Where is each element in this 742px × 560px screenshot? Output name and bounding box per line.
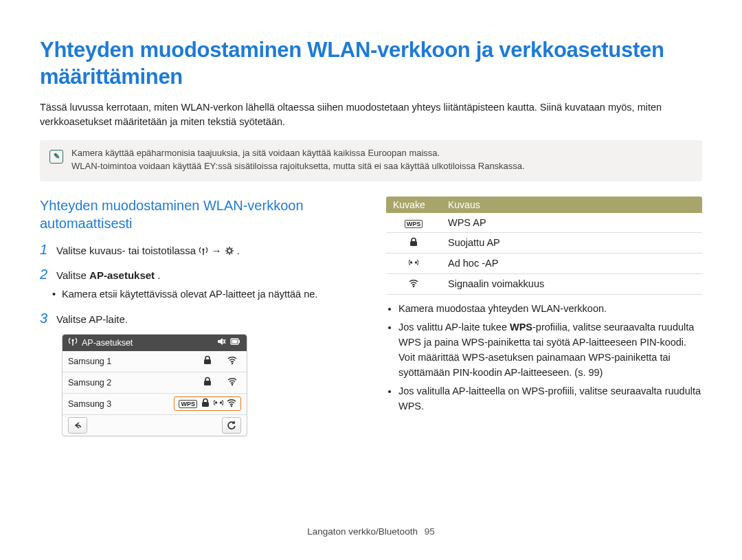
note-line: Kamera käyttää epäharmonisia taajuuksia,… bbox=[71, 147, 693, 160]
right-column: Kuvake Kuvaus WPS WPS AP Suojattu AP Ad … bbox=[386, 197, 702, 436]
ap-name: Samsung 2 bbox=[68, 378, 194, 388]
ap-panel-title: AP-asetukset bbox=[82, 338, 216, 348]
step-text: Valitse AP-laite. bbox=[56, 312, 128, 328]
step-number: 3 bbox=[40, 308, 51, 328]
step-number: 1 bbox=[40, 239, 51, 260]
ap-row[interactable]: Samsung 3 WPS bbox=[63, 394, 247, 415]
table-header: Kuvake bbox=[386, 197, 441, 213]
step-3: 3 Valitse AP-laite. bbox=[40, 308, 356, 328]
ap-panel-header: AP-asetukset bbox=[63, 335, 247, 351]
step-subbullet: Kamera etsii käytettävissä olevat AP-lai… bbox=[62, 287, 356, 302]
lock-icon bbox=[201, 398, 210, 410]
note-line: WLAN-toimintoa voidaan käyttää EY:ssä si… bbox=[71, 160, 693, 173]
ap-row[interactable]: Samsung 1 bbox=[63, 351, 247, 372]
antenna-icon bbox=[199, 245, 208, 260]
lock-icon bbox=[203, 355, 212, 367]
adhoc-icon bbox=[214, 398, 223, 410]
back-button[interactable] bbox=[68, 417, 87, 434]
gear-icon bbox=[225, 245, 234, 260]
refresh-button[interactable] bbox=[222, 417, 241, 434]
footer-section: Langaton verkko/Bluetooth bbox=[307, 526, 418, 537]
page-title: Yhteyden muodostaminen WLAN-verkkoon ja … bbox=[40, 37, 702, 91]
step-text: . bbox=[237, 245, 240, 256]
info-bullets: Kamera muodostaa yhteyden WLAN-verkkoon.… bbox=[386, 302, 702, 414]
left-column: Yhteyden muodostaminen WLAN-verkkoon aut… bbox=[40, 197, 356, 436]
table-row: WPS WPS AP bbox=[386, 213, 702, 233]
antenna-icon bbox=[68, 337, 78, 348]
step-text: . bbox=[157, 269, 160, 281]
battery-icon bbox=[230, 337, 241, 348]
adhoc-icon bbox=[386, 253, 441, 273]
ap-row[interactable]: Samsung 2 bbox=[63, 372, 247, 394]
wifi-icon bbox=[227, 355, 237, 367]
wifi-icon bbox=[227, 377, 237, 388]
lock-icon bbox=[386, 232, 441, 253]
table-cell: Suojattu AP bbox=[441, 232, 702, 253]
wps-chip: WPS bbox=[179, 400, 197, 408]
step-1: 1 Valitse kuvaus- tai toistotilassa → . bbox=[40, 239, 356, 260]
info-bullet: Jos valitulla AP-laitteella on WPS-profi… bbox=[398, 384, 702, 414]
table-row: Suojattu AP bbox=[386, 232, 702, 253]
info-bullet: Jos valittu AP-laite tukee WPS-profiilia… bbox=[398, 320, 702, 380]
step-text: Valitse kuvaus- tai toistotilassa bbox=[56, 245, 199, 256]
note-box: ✎ Kamera käyttää epäharmonisia taajuuksi… bbox=[40, 140, 702, 181]
step-number: 2 bbox=[40, 264, 51, 284]
wifi-icon bbox=[386, 273, 441, 294]
ap-panel-footer bbox=[63, 415, 247, 436]
page-footer: Langaton verkko/Bluetooth 95 bbox=[0, 526, 742, 537]
table-row: Signaalin voimakkuus bbox=[386, 273, 702, 294]
icon-legend-table: Kuvake Kuvaus WPS WPS AP Suojattu AP Ad … bbox=[386, 197, 702, 295]
section-heading: Yhteyden muodostaminen WLAN-verkkoon aut… bbox=[40, 197, 356, 232]
arrow: → bbox=[211, 245, 224, 256]
table-cell: Ad hoc -AP bbox=[441, 253, 702, 273]
wifi-icon bbox=[227, 398, 236, 410]
lock-icon bbox=[203, 377, 212, 388]
table-header: Kuvaus bbox=[441, 197, 702, 213]
step-text: Valitse bbox=[56, 269, 89, 281]
note-icon: ✎ bbox=[49, 150, 63, 164]
info-bullet: Kamera muodostaa yhteyden WLAN-verkkoon. bbox=[398, 302, 702, 317]
table-cell: WPS AP bbox=[441, 213, 702, 233]
step-text-bold: AP-asetukset bbox=[89, 269, 155, 281]
table-row: Ad hoc -AP bbox=[386, 253, 702, 273]
ap-settings-panel: AP-asetukset Samsung 1 Samsung 2 bbox=[62, 334, 247, 436]
footer-page-number: 95 bbox=[425, 526, 435, 537]
ap-badge-highlight: WPS bbox=[174, 396, 241, 411]
ap-name: Samsung 3 bbox=[68, 399, 170, 409]
mute-icon bbox=[216, 337, 226, 348]
step-2: 2 Valitse AP-asetukset . bbox=[40, 264, 356, 284]
wps-chip: WPS bbox=[405, 220, 423, 228]
ap-name: Samsung 1 bbox=[68, 357, 194, 366]
table-cell: Signaalin voimakkuus bbox=[441, 273, 702, 294]
intro-text: Tässä luvussa kerrotaan, miten WLAN-verk… bbox=[40, 100, 702, 129]
